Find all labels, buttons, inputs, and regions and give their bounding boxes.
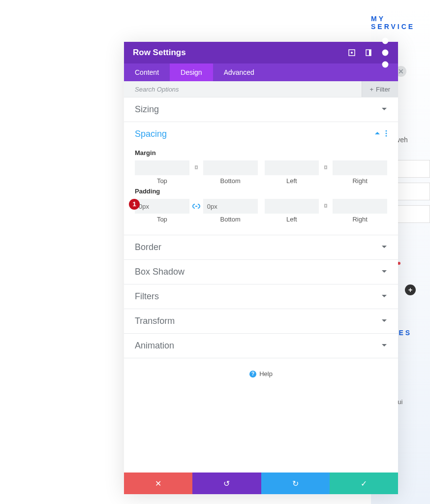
- section-box-shadow: Box Shadow: [124, 260, 398, 284]
- modal-tabs: Content Design Advanced: [124, 63, 398, 81]
- spacing-title: Spacing: [135, 129, 167, 139]
- svg-point-9: [386, 135, 387, 137]
- padding-top-label: Top: [135, 216, 189, 223]
- filters-header[interactable]: Filters: [124, 284, 398, 309]
- transform-title: Transform: [135, 316, 175, 326]
- animation-title: Animation: [135, 341, 174, 351]
- margin-label: Margin: [135, 149, 387, 157]
- save-button[interactable]: ✓: [330, 472, 398, 494]
- padding-bottom-input[interactable]: [203, 199, 258, 214]
- margin-top-input[interactable]: [135, 160, 189, 175]
- search-input[interactable]: [124, 81, 362, 97]
- border-title: Border: [135, 242, 161, 252]
- padding-left-label: Left: [265, 216, 319, 223]
- section-transform: Transform: [124, 309, 398, 334]
- more-options-icon[interactable]: [381, 49, 389, 57]
- margin-tb-link-icon[interactable]: [189, 165, 203, 171]
- row-settings-modal: Row Settings Content Design Advanced + F…: [124, 42, 398, 494]
- tab-advanced[interactable]: Advanced: [213, 63, 265, 81]
- svg-point-7: [386, 130, 387, 132]
- svg-point-1: [351, 52, 353, 54]
- padding-label: Padding: [135, 188, 387, 195]
- modal-title: Row Settings: [133, 48, 186, 58]
- section-sizing: Sizing: [124, 97, 398, 122]
- margin-right-label: Right: [333, 177, 387, 185]
- spacing-header[interactable]: Spacing: [124, 122, 398, 146]
- margin-top-label: Top: [135, 177, 189, 185]
- section-filters: Filters: [124, 284, 398, 309]
- filters-title: Filters: [135, 291, 159, 302]
- spacing-more-icon[interactable]: [385, 130, 387, 138]
- close-icon: ✕: [155, 479, 161, 488]
- padding-top-input[interactable]: [135, 199, 189, 214]
- svg-point-4: [382, 38, 389, 44]
- margin-right-input[interactable]: [333, 160, 387, 175]
- panel-body: Sizing Spacing Margin: [124, 97, 398, 472]
- section-border: Border: [124, 235, 398, 260]
- help-icon: ?: [249, 371, 256, 378]
- cancel-button[interactable]: ✕: [124, 472, 192, 494]
- padding-left-input[interactable]: [265, 199, 319, 214]
- padding-lr-link-icon[interactable]: [319, 203, 333, 209]
- filter-label: Filter: [376, 86, 390, 93]
- modal-footer: ✕ ↺ ↻ ✓: [124, 472, 398, 494]
- svg-point-6: [382, 62, 389, 68]
- svg-point-8: [386, 133, 387, 134]
- animation-header[interactable]: Animation: [124, 334, 398, 358]
- section-animation: Animation: [124, 334, 398, 358]
- help-link[interactable]: ? Help: [124, 358, 398, 389]
- padding-right-input[interactable]: [333, 199, 387, 214]
- margin-lr-link-icon[interactable]: [319, 165, 333, 171]
- margin-bottom-label: Bottom: [203, 177, 258, 185]
- padding-tb-link-icon[interactable]: [189, 203, 203, 209]
- tab-content[interactable]: Content: [124, 63, 170, 81]
- search-bar: + Filter: [124, 81, 398, 97]
- sizing-title: Sizing: [135, 104, 159, 115]
- modal-header: Row Settings: [124, 42, 398, 63]
- check-icon: ✓: [361, 479, 367, 488]
- add-section-button[interactable]: +: [405, 284, 416, 295]
- responsive-icon[interactable]: [365, 49, 372, 57]
- redo-button[interactable]: ↻: [261, 472, 330, 494]
- svg-rect-3: [369, 50, 371, 56]
- margin-left-label: Left: [265, 177, 319, 185]
- step-marker-1: 1: [129, 199, 140, 210]
- my-service-label: MY SERVICE: [371, 15, 430, 31]
- box-shadow-header[interactable]: Box Shadow: [124, 260, 398, 284]
- undo-icon: ↺: [223, 479, 230, 488]
- tab-design[interactable]: Design: [170, 63, 213, 81]
- margin-bottom-input[interactable]: [203, 160, 258, 175]
- expand-icon[interactable]: [348, 49, 356, 57]
- border-header[interactable]: Border: [124, 235, 398, 259]
- plus-icon: +: [370, 86, 374, 93]
- box-shadow-title: Box Shadow: [135, 267, 184, 277]
- sizing-header[interactable]: Sizing: [124, 97, 398, 122]
- undo-button[interactable]: ↺: [192, 472, 261, 494]
- transform-header[interactable]: Transform: [124, 309, 398, 333]
- filter-button[interactable]: + Filter: [362, 81, 398, 97]
- padding-bottom-label: Bottom: [203, 216, 258, 223]
- help-label: Help: [259, 370, 273, 378]
- section-spacing: Spacing Margin Top: [124, 122, 398, 235]
- svg-point-5: [382, 50, 389, 56]
- spacing-content: Margin Top Bottom Left: [124, 149, 398, 235]
- margin-left-input[interactable]: [265, 160, 319, 175]
- redo-icon: ↻: [292, 479, 299, 488]
- chevron-up-icon: [374, 130, 380, 138]
- padding-right-label: Right: [333, 216, 387, 223]
